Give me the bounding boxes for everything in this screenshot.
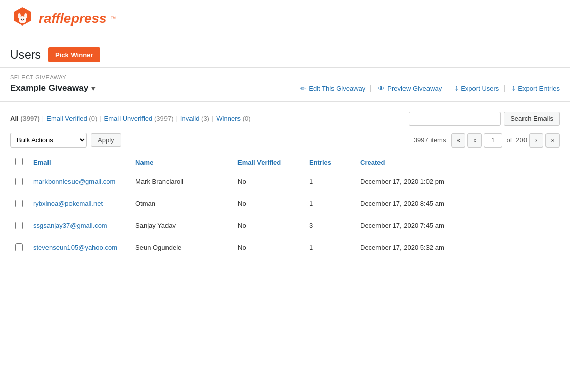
giveaway-selector-area: SELECT GIVEAWAY Example Giveaway ▾ ✏ Edi… (0, 67, 570, 101)
cell-created-1: December 17, 2020 8:45 am (355, 193, 560, 215)
pagination-prev-button[interactable]: ‹ (467, 133, 482, 148)
table-row: stevenseun105@yahoo.com Seun Ogundele No… (10, 237, 560, 259)
header: rafflepress ™ (0, 0, 570, 37)
logo-text: rafflepress (39, 11, 107, 27)
table-body: markbonniesue@gmail.com Mark Branciaroli… (10, 172, 560, 259)
th-checkbox (10, 154, 28, 172)
chevron-down-icon: ▾ (91, 84, 95, 92)
bulk-actions-select[interactable]: Bulk Actions (10, 133, 87, 148)
cell-email-1: rybxlnoa@pokemail.net (28, 193, 130, 215)
th-email[interactable]: Email (28, 154, 130, 172)
export-users-icon: ⤵ (455, 85, 458, 92)
search-input[interactable] (409, 112, 501, 126)
giveaway-name-text: Example Giveaway (10, 83, 88, 93)
filter-email-unverified[interactable]: Email Unverified (3997) (104, 115, 174, 122)
cell-verified-3: No (232, 237, 304, 259)
row-checkbox-3[interactable] (15, 243, 23, 251)
logo: rafflepress ™ (10, 6, 116, 31)
pagination-total-pages: 200 (516, 136, 527, 144)
cell-created-3: December 17, 2020 5:32 am (355, 237, 560, 259)
giveaway-name-button[interactable]: Example Giveaway ▾ (10, 83, 95, 93)
pagination-total: 3997 items (414, 136, 446, 144)
th-name: Name (130, 154, 232, 172)
table-row: rybxlnoa@pokemail.net Otman No 1 Decembe… (10, 193, 560, 215)
search-emails-button[interactable]: Search Emails (504, 112, 560, 126)
pagination-next-button[interactable]: › (529, 133, 543, 148)
pagination-of-label: of (506, 136, 512, 144)
table-row: markbonniesue@gmail.com Mark Branciaroli… (10, 172, 560, 193)
edit-giveaway-label: Edit This Giveaway (308, 85, 365, 92)
select-all-checkbox[interactable] (15, 158, 23, 165)
cell-name-2: Sanjay Yadav (130, 215, 232, 237)
cell-checkbox-1 (10, 193, 28, 215)
svg-point-4 (21, 19, 22, 20)
row-checkbox-2[interactable] (15, 222, 23, 229)
bulk-actions-row: Bulk Actions Apply 3997 items « ‹ 1 of 2… (10, 133, 560, 148)
export-entries-icon: ⤵ (512, 85, 515, 92)
filter-email-verified[interactable]: Email Verified (0) (46, 115, 97, 122)
cell-verified-1: No (232, 193, 304, 215)
cell-entries-1: 1 (304, 193, 355, 215)
cell-entries-3: 1 (304, 237, 355, 259)
logo-icon (10, 6, 35, 31)
pagination-page-input[interactable]: 1 (484, 133, 502, 148)
th-entries[interactable]: Entries (304, 154, 355, 172)
cell-name-0: Mark Branciaroli (130, 172, 232, 193)
export-entries-label: Export Entries (518, 85, 560, 92)
cell-entries-2: 3 (304, 215, 355, 237)
edit-giveaway-link[interactable]: ✏ Edit This Giveaway (295, 85, 371, 92)
row-checkbox-0[interactable] (15, 178, 23, 185)
giveaway-actions: ✏ Edit This Giveaway 👁 Preview Giveaway … (295, 85, 560, 92)
th-email-verified[interactable]: Email Verified (232, 154, 304, 172)
preview-giveaway-label: Preview Giveaway (387, 85, 442, 92)
cell-verified-2: No (232, 215, 304, 237)
apply-button[interactable]: Apply (91, 133, 121, 147)
table-row: ssgsanjay37@gmail.com Sanjay Yadav No 3 … (10, 215, 560, 237)
cell-name-3: Seun Ogundele (130, 237, 232, 259)
export-users-label: Export Users (461, 85, 499, 92)
export-entries-link[interactable]: ⤵ Export Entries (507, 85, 560, 92)
cell-checkbox-2 (10, 215, 28, 237)
search-area: Search Emails (409, 112, 560, 126)
cell-checkbox-3 (10, 237, 28, 259)
table-header-row: Email Name Email Verified Entries Create… (10, 154, 560, 172)
svg-point-3 (19, 16, 26, 23)
filter-row: All (3997) | Email Verified (0) | Email … (10, 112, 560, 126)
pick-winner-button[interactable]: Pick Winner (48, 47, 100, 62)
cell-entries-0: 1 (304, 172, 355, 193)
cell-name-1: Otman (130, 193, 232, 215)
preview-giveaway-link[interactable]: 👁 Preview Giveaway (373, 85, 447, 92)
eye-icon: 👁 (378, 85, 385, 92)
svg-point-6 (22, 20, 23, 21)
giveaway-row: Example Giveaway ▾ ✏ Edit This Giveaway … (10, 83, 560, 93)
cell-created-2: December 17, 2020 7:45 am (355, 215, 560, 237)
bulk-actions-left: Bulk Actions Apply (10, 133, 121, 148)
pencil-icon: ✏ (300, 85, 306, 92)
logo-tm: ™ (111, 15, 116, 21)
svg-point-5 (23, 19, 24, 20)
pagination-last-button[interactable]: » (545, 133, 560, 148)
users-table: Email Name Email Verified Entries Create… (10, 154, 560, 259)
cell-verified-0: No (232, 172, 304, 193)
main-content: All (3997) | Email Verified (0) | Email … (0, 101, 570, 270)
cell-created-0: December 17, 2020 1:02 pm (355, 172, 560, 193)
filter-invalid[interactable]: Invalid (3) (180, 115, 209, 122)
pagination: 3997 items « ‹ 1 of 200 › » (414, 133, 560, 148)
cell-checkbox-0 (10, 172, 28, 193)
select-giveaway-label: SELECT GIVEAWAY (10, 74, 560, 80)
cell-email-3: stevenseun105@yahoo.com (28, 237, 130, 259)
export-users-link[interactable]: ⤵ Export Users (449, 85, 505, 92)
filter-winners[interactable]: Winners (0) (216, 115, 250, 122)
page-title: Users (10, 48, 41, 62)
row-checkbox-1[interactable] (15, 200, 23, 207)
filter-links: All (3997) | Email Verified (0) | Email … (10, 115, 251, 122)
pagination-first-button[interactable]: « (451, 133, 465, 148)
cell-email-0: markbonniesue@gmail.com (28, 172, 130, 193)
page-title-area: Users Pick Winner (0, 37, 570, 67)
th-created[interactable]: Created (355, 154, 560, 172)
filter-all[interactable]: All (3997) (10, 115, 40, 122)
cell-email-2: ssgsanjay37@gmail.com (28, 215, 130, 237)
